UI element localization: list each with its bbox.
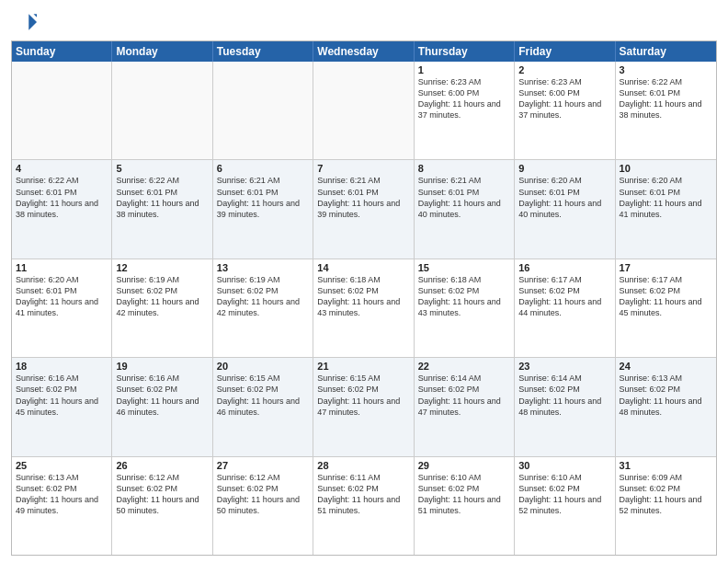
header xyxy=(11,9,717,35)
cell-info: Sunrise: 6:14 AMSunset: 6:02 PMDaylight:… xyxy=(418,373,510,418)
header-day-thursday: Thursday xyxy=(415,41,515,62)
day-number: 30 xyxy=(518,460,610,471)
day-number: 9 xyxy=(518,163,610,174)
calendar-cell xyxy=(112,62,212,159)
day-number: 13 xyxy=(217,262,309,273)
calendar-row-2: 4Sunrise: 6:22 AMSunset: 6:01 PMDaylight… xyxy=(12,160,716,259)
calendar-cell: 18Sunrise: 6:16 AMSunset: 6:02 PMDayligh… xyxy=(12,358,112,455)
day-number: 18 xyxy=(16,361,108,372)
day-number: 20 xyxy=(217,361,309,372)
cell-info: Sunrise: 6:21 AMSunset: 6:01 PMDaylight:… xyxy=(418,175,510,220)
calendar-cell xyxy=(313,62,414,159)
header-day-tuesday: Tuesday xyxy=(213,41,313,62)
calendar-cell: 12Sunrise: 6:19 AMSunset: 6:02 PMDayligh… xyxy=(112,259,212,357)
svg-marker-1 xyxy=(34,14,38,17)
calendar-cell: 8Sunrise: 6:21 AMSunset: 6:01 PMDaylight… xyxy=(415,160,515,258)
cell-info: Sunrise: 6:17 AMSunset: 6:02 PMDaylight:… xyxy=(518,274,610,319)
cell-info: Sunrise: 6:15 AMSunset: 6:02 PMDaylight:… xyxy=(217,373,309,418)
calendar-header: SundayMondayTuesdayWednesdayThursdayFrid… xyxy=(12,41,716,62)
cell-info: Sunrise: 6:20 AMSunset: 6:01 PMDaylight:… xyxy=(620,175,712,220)
day-number: 17 xyxy=(620,262,712,273)
day-number: 3 xyxy=(620,64,712,75)
cell-info: Sunrise: 6:23 AMSunset: 6:00 PMDaylight:… xyxy=(418,76,510,121)
calendar-cell: 29Sunrise: 6:10 AMSunset: 6:02 PMDayligh… xyxy=(415,457,515,555)
cell-info: Sunrise: 6:22 AMSunset: 6:01 PMDaylight:… xyxy=(116,175,208,220)
day-number: 25 xyxy=(16,460,108,471)
cell-info: Sunrise: 6:12 AMSunset: 6:02 PMDaylight:… xyxy=(217,472,309,517)
calendar-cell xyxy=(213,62,313,159)
calendar-cell: 9Sunrise: 6:20 AMSunset: 6:01 PMDaylight… xyxy=(515,160,615,258)
cell-info: Sunrise: 6:11 AMSunset: 6:02 PMDaylight:… xyxy=(317,472,409,517)
day-number: 4 xyxy=(16,163,108,174)
calendar-cell: 4Sunrise: 6:22 AMSunset: 6:01 PMDaylight… xyxy=(12,160,112,258)
calendar-cell: 16Sunrise: 6:17 AMSunset: 6:02 PMDayligh… xyxy=(515,259,615,357)
calendar-cell: 1Sunrise: 6:23 AMSunset: 6:00 PMDaylight… xyxy=(415,62,515,159)
cell-info: Sunrise: 6:21 AMSunset: 6:01 PMDaylight:… xyxy=(217,175,309,220)
cell-info: Sunrise: 6:18 AMSunset: 6:02 PMDaylight:… xyxy=(317,274,409,319)
calendar-cell: 27Sunrise: 6:12 AMSunset: 6:02 PMDayligh… xyxy=(213,457,313,555)
day-number: 11 xyxy=(16,262,108,273)
day-number: 12 xyxy=(116,262,208,273)
day-number: 10 xyxy=(620,163,712,174)
cell-info: Sunrise: 6:20 AMSunset: 6:01 PMDaylight:… xyxy=(518,175,610,220)
day-number: 19 xyxy=(116,361,208,372)
cell-info: Sunrise: 6:12 AMSunset: 6:02 PMDaylight:… xyxy=(116,472,208,517)
day-number: 21 xyxy=(317,361,409,372)
header-day-monday: Monday xyxy=(112,41,212,62)
logo-icon xyxy=(11,9,37,35)
cell-info: Sunrise: 6:10 AMSunset: 6:02 PMDaylight:… xyxy=(418,472,510,517)
calendar-body: 1Sunrise: 6:23 AMSunset: 6:00 PMDaylight… xyxy=(12,62,716,555)
cell-info: Sunrise: 6:21 AMSunset: 6:01 PMDaylight:… xyxy=(317,175,409,220)
calendar-cell: 15Sunrise: 6:18 AMSunset: 6:02 PMDayligh… xyxy=(415,259,515,357)
calendar-cell: 3Sunrise: 6:22 AMSunset: 6:01 PMDaylight… xyxy=(616,62,716,159)
calendar-cell: 23Sunrise: 6:14 AMSunset: 6:02 PMDayligh… xyxy=(515,358,615,455)
cell-info: Sunrise: 6:10 AMSunset: 6:02 PMDaylight:… xyxy=(518,472,610,517)
header-day-friday: Friday xyxy=(515,41,615,62)
cell-info: Sunrise: 6:09 AMSunset: 6:02 PMDaylight:… xyxy=(620,472,712,517)
cell-info: Sunrise: 6:15 AMSunset: 6:02 PMDaylight:… xyxy=(317,373,409,418)
day-number: 15 xyxy=(418,262,510,273)
calendar-cell: 11Sunrise: 6:20 AMSunset: 6:01 PMDayligh… xyxy=(12,259,112,357)
day-number: 22 xyxy=(418,361,510,372)
day-number: 14 xyxy=(317,262,409,273)
day-number: 8 xyxy=(418,163,510,174)
header-day-sunday: Sunday xyxy=(12,41,112,62)
page: SundayMondayTuesdayWednesdayThursdayFrid… xyxy=(0,0,728,563)
logo xyxy=(11,9,40,35)
calendar-row-4: 18Sunrise: 6:16 AMSunset: 6:02 PMDayligh… xyxy=(12,358,716,456)
calendar-cell: 19Sunrise: 6:16 AMSunset: 6:02 PMDayligh… xyxy=(112,358,212,455)
day-number: 23 xyxy=(518,361,610,372)
day-number: 16 xyxy=(518,262,610,273)
cell-info: Sunrise: 6:19 AMSunset: 6:02 PMDaylight:… xyxy=(116,274,208,319)
day-number: 1 xyxy=(418,64,510,75)
cell-info: Sunrise: 6:16 AMSunset: 6:02 PMDaylight:… xyxy=(16,373,108,418)
calendar-cell: 17Sunrise: 6:17 AMSunset: 6:02 PMDayligh… xyxy=(616,259,716,357)
day-number: 29 xyxy=(418,460,510,471)
calendar-row-5: 25Sunrise: 6:13 AMSunset: 6:02 PMDayligh… xyxy=(12,457,716,555)
calendar-cell: 24Sunrise: 6:13 AMSunset: 6:02 PMDayligh… xyxy=(616,358,716,455)
calendar: SundayMondayTuesdayWednesdayThursdayFrid… xyxy=(11,40,717,556)
calendar-cell: 22Sunrise: 6:14 AMSunset: 6:02 PMDayligh… xyxy=(415,358,515,455)
calendar-cell: 13Sunrise: 6:19 AMSunset: 6:02 PMDayligh… xyxy=(213,259,313,357)
calendar-cell: 6Sunrise: 6:21 AMSunset: 6:01 PMDaylight… xyxy=(213,160,313,258)
calendar-cell: 7Sunrise: 6:21 AMSunset: 6:01 PMDaylight… xyxy=(313,160,414,258)
day-number: 2 xyxy=(518,64,610,75)
cell-info: Sunrise: 6:13 AMSunset: 6:02 PMDaylight:… xyxy=(620,373,712,418)
day-number: 7 xyxy=(317,163,409,174)
day-number: 6 xyxy=(217,163,309,174)
calendar-cell: 21Sunrise: 6:15 AMSunset: 6:02 PMDayligh… xyxy=(313,358,414,455)
calendar-cell: 25Sunrise: 6:13 AMSunset: 6:02 PMDayligh… xyxy=(12,457,112,555)
day-number: 24 xyxy=(620,361,712,372)
day-number: 27 xyxy=(217,460,309,471)
svg-marker-0 xyxy=(28,14,37,30)
day-number: 28 xyxy=(317,460,409,471)
cell-info: Sunrise: 6:19 AMSunset: 6:02 PMDaylight:… xyxy=(217,274,309,319)
cell-info: Sunrise: 6:22 AMSunset: 6:01 PMDaylight:… xyxy=(16,175,108,220)
header-day-saturday: Saturday xyxy=(616,41,716,62)
day-number: 26 xyxy=(116,460,208,471)
cell-info: Sunrise: 6:20 AMSunset: 6:01 PMDaylight:… xyxy=(16,274,108,319)
calendar-row-3: 11Sunrise: 6:20 AMSunset: 6:01 PMDayligh… xyxy=(12,259,716,358)
calendar-cell: 10Sunrise: 6:20 AMSunset: 6:01 PMDayligh… xyxy=(616,160,716,258)
cell-info: Sunrise: 6:23 AMSunset: 6:00 PMDaylight:… xyxy=(518,76,610,121)
cell-info: Sunrise: 6:17 AMSunset: 6:02 PMDaylight:… xyxy=(620,274,712,319)
